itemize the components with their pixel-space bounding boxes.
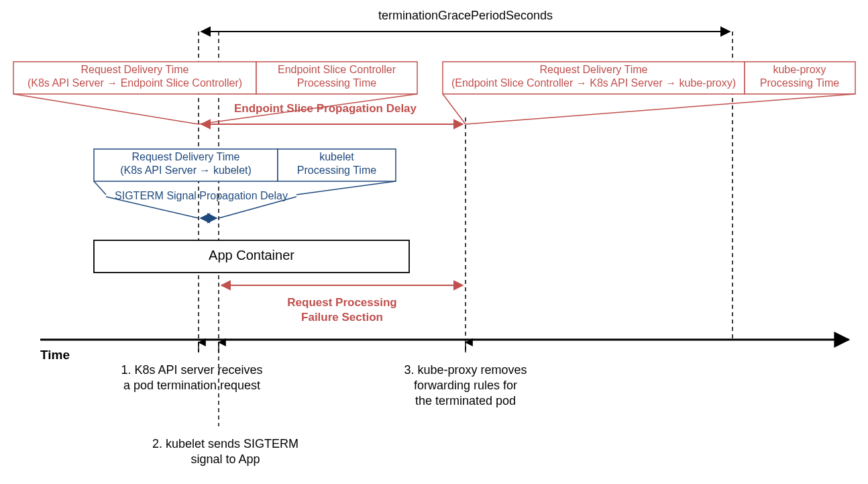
event1-line2: a pod termination request [123,379,260,392]
red-box-3-line1: Request Delivery Time [540,64,648,75]
red-box-4-line1: kube-proxy [773,64,826,75]
app-container-label: App Container [209,248,294,262]
red-box-2-line2: Processing Time [297,77,376,89]
svg-line-0 [13,94,199,124]
grace-period-label: terminationGracePeriodSeconds [378,9,553,22]
red-box-1-line2: (K8s API Server → Endpoint Slice Control… [28,77,242,89]
event2-line2: signal to App [191,452,260,466]
sigterm-propagation-label: SIGTERM Signal Propagation Delay [115,190,288,201]
svg-line-3 [466,94,855,124]
time-axis-label: Time [40,348,70,362]
failure-section-line1: Request Processing [287,296,396,309]
blue-box-2-line1: kubelet [319,151,354,162]
event1-line1: 1. K8s API server receives [121,363,262,377]
event3-line3: the terminated pod [415,394,516,407]
red-box-1-line1: Request Delivery Time [81,64,189,75]
event2-line1: 2. kubelet sends SIGTERM [152,437,299,450]
failure-section-line2: Failure Section [301,311,383,324]
svg-line-7 [296,181,396,195]
event3-line1: 3. kube-proxy removes [404,363,527,377]
sigterm-track: Request Delivery Time (K8s API Server → … [94,149,396,181]
diagram-root: terminationGracePeriodSeconds Request De… [0,0,868,484]
endpoint-propagation-label: Endpoint Slice Propagation Delay [234,102,417,115]
svg-line-6 [94,181,106,195]
endpoint-slice-track: Request Delivery Time (K8s API Server → … [13,62,855,94]
events: 1. K8s API server receives a pod termina… [121,363,527,466]
red-box-3-line2: (Endpoint Slice Controller → K8s API Ser… [451,77,736,89]
blue-box-1-line2: (K8s API Server → kubelet) [120,164,252,176]
svg-line-2 [443,94,466,124]
red-box-4-line2: Processing Time [760,77,839,89]
blue-box-1-line1: Request Delivery Time [132,151,240,162]
blue-box-2-line2: Processing Time [297,164,376,176]
red-funnel [13,94,855,124]
red-box-2-line1: Endpoint Slice Controller [278,64,396,75]
event3-line2: forwarding rules for [414,379,517,392]
